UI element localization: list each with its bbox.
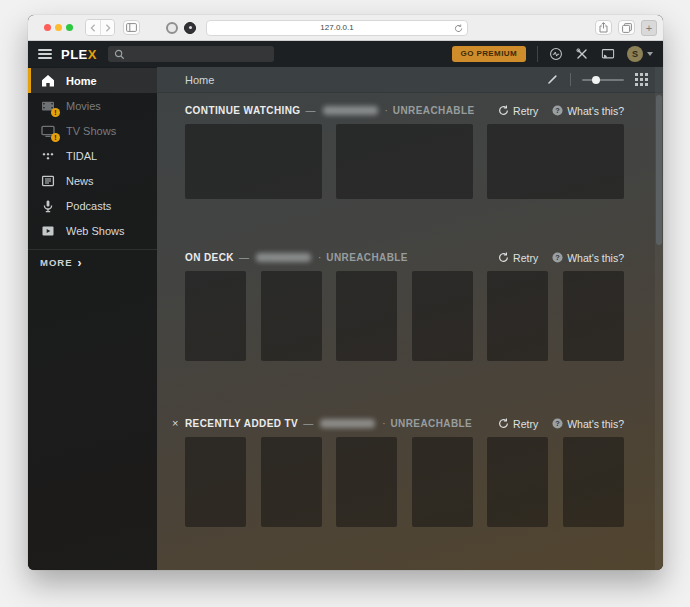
- forward-button[interactable]: [100, 20, 114, 35]
- placeholder-poster: [261, 437, 322, 527]
- placeholder-poster: [487, 271, 548, 361]
- share-button[interactable]: [595, 20, 612, 35]
- browser-toolbar: 127.0.0.1 +: [28, 15, 663, 41]
- browser-right-buttons: +: [595, 20, 657, 36]
- section-dot: ·: [382, 418, 385, 429]
- section-title: ON DECK: [185, 252, 234, 263]
- placeholder-poster: [185, 437, 246, 527]
- sub-toolbar: Home: [157, 67, 663, 93]
- retry-button[interactable]: Retry: [498, 105, 538, 117]
- section-recently-added-tv: × RECENTLY ADDED TV — · UNREACHABLE Retr…: [185, 417, 624, 527]
- section-header: CONTINUE WATCHING — · UNREACHABLE Retry …: [185, 104, 624, 117]
- plex-logo[interactable]: PLEX: [61, 47, 97, 62]
- sidebar-list: Home ! Movies ! TV Shows TIDAL News Podc…: [28, 68, 157, 243]
- sidebar-item-tidal[interactable]: TIDAL: [28, 143, 157, 168]
- sidebar-item-label: News: [66, 175, 94, 187]
- address-bar[interactable]: 127.0.0.1: [206, 20, 468, 36]
- sidebar-item-news[interactable]: News: [28, 168, 157, 193]
- close-window-button[interactable]: [44, 24, 51, 31]
- placeholder-poster: [336, 437, 397, 527]
- news-icon: [40, 173, 56, 189]
- main-area: Home CONTINUE WATCHING — · UNREAC: [157, 67, 663, 570]
- section-header: × RECENTLY ADDED TV — · UNREACHABLE Retr…: [185, 417, 624, 430]
- activity-icon[interactable]: [549, 47, 563, 61]
- sidebar-item-web-shows[interactable]: Web Shows: [28, 218, 157, 243]
- status-badge: UNREACHABLE: [390, 418, 472, 429]
- card-row: [185, 437, 624, 527]
- grid-icon: [635, 73, 648, 86]
- placeholder-poster: [563, 437, 624, 527]
- warning-badge: !: [51, 108, 60, 117]
- sidebar-item-label: TIDAL: [66, 150, 97, 162]
- whats-this-button[interactable]: ? What's this?: [552, 105, 624, 117]
- url-text: 127.0.0.1: [320, 23, 353, 32]
- section-continue-watching: CONTINUE WATCHING — · UNREACHABLE Retry …: [185, 104, 624, 199]
- sidebar-item-tv-shows[interactable]: ! TV Shows: [28, 118, 157, 143]
- reload-button[interactable]: [454, 24, 463, 33]
- search-input[interactable]: [108, 46, 274, 62]
- share-icon: [599, 22, 608, 33]
- sidebar-item-label: TV Shows: [66, 125, 116, 137]
- svg-text:?: ?: [555, 419, 560, 428]
- whats-this-button[interactable]: ? What's this?: [552, 252, 624, 264]
- back-button[interactable]: [86, 20, 100, 35]
- retry-button[interactable]: Retry: [498, 418, 538, 430]
- poster-size-slider[interactable]: [582, 79, 624, 81]
- section-on-deck: ON DECK — · UNREACHABLE Retry ? What's t…: [185, 251, 624, 361]
- dismiss-section-button[interactable]: ×: [172, 417, 178, 430]
- server-name-redacted: [320, 419, 375, 428]
- card-row: [185, 124, 624, 199]
- placeholder-poster: [336, 124, 473, 199]
- placeholder-poster: [336, 271, 397, 361]
- edit-home-button[interactable]: [546, 73, 559, 86]
- sidebar-item-movies[interactable]: ! Movies: [28, 93, 157, 118]
- scrollbar-thumb[interactable]: [656, 95, 662, 245]
- cast-icon[interactable]: [601, 47, 615, 61]
- placeholder-poster: [261, 271, 322, 361]
- retry-icon: [498, 105, 509, 116]
- section-header: ON DECK — · UNREACHABLE Retry ? What's t…: [185, 251, 624, 264]
- reload-icon: [454, 24, 463, 33]
- go-premium-button[interactable]: GO PREMIUM: [452, 46, 526, 62]
- sidebar-more-button[interactable]: MORE ›: [28, 249, 157, 275]
- section-dash: —: [303, 418, 313, 429]
- whats-this-button[interactable]: ? What's this?: [552, 418, 624, 430]
- server-name-redacted: [256, 253, 311, 262]
- section-dot: ·: [318, 252, 321, 263]
- retry-button[interactable]: Retry: [498, 252, 538, 264]
- retry-icon: [498, 418, 509, 429]
- sidebar-toggle-button[interactable]: [123, 20, 140, 35]
- web-shows-icon: [40, 223, 56, 239]
- sidebar-item-podcasts[interactable]: Podcasts: [28, 193, 157, 218]
- plex-logo-accent: X: [88, 47, 97, 62]
- retry-icon: [498, 252, 509, 263]
- extension-button-2[interactable]: [184, 22, 196, 34]
- podcasts-icon: [40, 198, 56, 214]
- chevron-right-icon: ›: [78, 257, 83, 269]
- grid-view-button[interactable]: [635, 73, 648, 86]
- sidebar: Home ! Movies ! TV Shows TIDAL News Podc…: [28, 67, 157, 570]
- placeholder-poster: [487, 437, 548, 527]
- sidebar-item-label: Home: [66, 75, 97, 87]
- slider-thumb[interactable]: [592, 76, 600, 84]
- minimize-window-button[interactable]: [55, 24, 62, 31]
- placeholder-poster: [563, 271, 624, 361]
- sidebar-item-home[interactable]: Home: [28, 68, 157, 93]
- sidebar-item-label: Web Shows: [66, 225, 125, 237]
- traffic-lights: [44, 24, 73, 31]
- tab-overview-button[interactable]: [618, 20, 635, 35]
- question-icon: ?: [552, 105, 563, 116]
- search-icon: [114, 49, 125, 60]
- question-icon: ?: [552, 418, 563, 429]
- extension-button-1[interactable]: [166, 22, 178, 34]
- zoom-window-button[interactable]: [66, 24, 73, 31]
- new-tab-button[interactable]: +: [641, 20, 657, 36]
- menu-button[interactable]: [38, 49, 52, 59]
- settings-tools-icon[interactable]: [575, 47, 589, 61]
- card-row: [185, 271, 624, 361]
- section-title: CONTINUE WATCHING: [185, 105, 301, 116]
- avatar[interactable]: S: [627, 46, 643, 62]
- chevron-down-icon[interactable]: [647, 52, 653, 56]
- status-badge: UNREACHABLE: [326, 252, 408, 263]
- sidebar-item-label: Movies: [66, 100, 101, 112]
